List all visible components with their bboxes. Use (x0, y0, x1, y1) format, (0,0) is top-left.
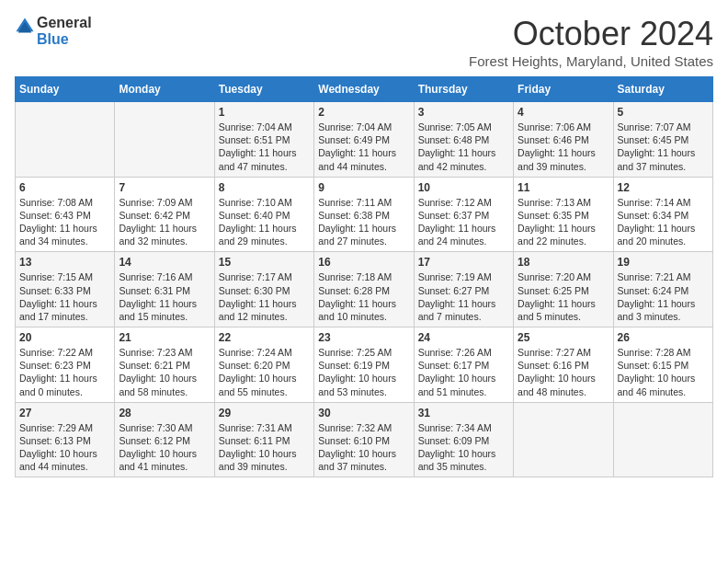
cell-content: Sunrise: 7:17 AM Sunset: 6:30 PM Dayligh… (219, 270, 310, 323)
weekday-header: Sunday (16, 77, 115, 102)
calendar-cell: 31Sunrise: 7:34 AM Sunset: 6:09 PM Dayli… (414, 402, 513, 477)
day-number: 10 (418, 181, 509, 194)
calendar-cell (514, 402, 613, 477)
logo-general: General (37, 15, 92, 31)
calendar-table: SundayMondayTuesdayWednesdayThursdayFrid… (15, 76, 713, 477)
calendar-cell: 26Sunrise: 7:28 AM Sunset: 6:15 PM Dayli… (613, 327, 712, 403)
logo-blue: Blue (37, 31, 92, 48)
calendar-cell (115, 102, 214, 178)
cell-content: Sunrise: 7:24 AM Sunset: 6:20 PM Dayligh… (219, 346, 310, 398)
cell-content: Sunrise: 7:15 AM Sunset: 6:33 PM Dayligh… (19, 270, 110, 323)
calendar-cell: 3Sunrise: 7:05 AM Sunset: 6:48 PM Daylig… (414, 102, 513, 178)
day-number: 4 (518, 106, 609, 119)
weekday-row: SundayMondayTuesdayWednesdayThursdayFrid… (16, 77, 713, 102)
calendar-cell: 8Sunrise: 7:10 AM Sunset: 6:40 PM Daylig… (214, 177, 313, 252)
day-number: 18 (518, 256, 609, 269)
calendar-cell: 1Sunrise: 7:04 AM Sunset: 6:51 PM Daylig… (214, 102, 313, 178)
calendar-cell: 23Sunrise: 7:25 AM Sunset: 6:19 PM Dayli… (314, 327, 414, 403)
calendar-cell: 14Sunrise: 7:16 AM Sunset: 6:31 PM Dayli… (115, 252, 214, 327)
weekday-header: Monday (115, 77, 214, 102)
cell-content: Sunrise: 7:16 AM Sunset: 6:31 PM Dayligh… (119, 270, 210, 323)
day-number: 12 (618, 181, 709, 194)
calendar-cell: 25Sunrise: 7:27 AM Sunset: 6:16 PM Dayli… (514, 327, 613, 403)
calendar-cell: 27Sunrise: 7:29 AM Sunset: 6:13 PM Dayli… (16, 402, 115, 477)
day-number: 2 (318, 106, 409, 119)
logo-icon (15, 17, 35, 37)
cell-content: Sunrise: 7:18 AM Sunset: 6:28 PM Dayligh… (318, 270, 409, 323)
cell-content: Sunrise: 7:29 AM Sunset: 6:13 PM Dayligh… (19, 421, 110, 474)
day-number: 8 (219, 181, 310, 194)
cell-content: Sunrise: 7:14 AM Sunset: 6:34 PM Dayligh… (618, 196, 709, 248)
cell-content: Sunrise: 7:05 AM Sunset: 6:48 PM Dayligh… (418, 121, 509, 173)
day-number: 23 (318, 331, 409, 344)
cell-content: Sunrise: 7:10 AM Sunset: 6:40 PM Dayligh… (219, 196, 310, 248)
location-title: Forest Heights, Maryland, United States (469, 53, 713, 69)
day-number: 7 (119, 181, 210, 194)
weekday-header: Thursday (414, 77, 513, 102)
calendar-cell: 28Sunrise: 7:30 AM Sunset: 6:12 PM Dayli… (115, 402, 214, 477)
page-header: General Blue October 2024 Forest Heights… (15, 15, 713, 69)
day-number: 26 (618, 331, 709, 344)
day-number: 27 (19, 407, 110, 419)
day-number: 21 (119, 331, 210, 344)
calendar-cell: 20Sunrise: 7:22 AM Sunset: 6:23 PM Dayli… (16, 327, 115, 403)
cell-content: Sunrise: 7:11 AM Sunset: 6:38 PM Dayligh… (318, 196, 409, 248)
calendar-header: SundayMondayTuesdayWednesdayThursdayFrid… (16, 77, 713, 102)
cell-content: Sunrise: 7:25 AM Sunset: 6:19 PM Dayligh… (318, 346, 409, 398)
cell-content: Sunrise: 7:31 AM Sunset: 6:11 PM Dayligh… (219, 421, 310, 474)
day-number: 3 (418, 106, 509, 119)
cell-content: Sunrise: 7:34 AM Sunset: 6:09 PM Dayligh… (418, 421, 509, 474)
calendar-body: 1Sunrise: 7:04 AM Sunset: 6:51 PM Daylig… (16, 102, 713, 477)
calendar-cell: 11Sunrise: 7:13 AM Sunset: 6:35 PM Dayli… (514, 177, 613, 252)
cell-content: Sunrise: 7:09 AM Sunset: 6:42 PM Dayligh… (119, 196, 210, 248)
day-number: 13 (19, 256, 110, 269)
day-number: 15 (219, 256, 310, 269)
weekday-header: Saturday (613, 77, 712, 102)
calendar-cell (16, 102, 115, 178)
cell-content: Sunrise: 7:28 AM Sunset: 6:15 PM Dayligh… (618, 346, 709, 398)
cell-content: Sunrise: 7:32 AM Sunset: 6:10 PM Dayligh… (318, 421, 409, 474)
calendar-cell: 18Sunrise: 7:20 AM Sunset: 6:25 PM Dayli… (514, 252, 613, 327)
cell-content: Sunrise: 7:12 AM Sunset: 6:37 PM Dayligh… (418, 196, 509, 248)
day-number: 29 (219, 407, 310, 419)
weekday-header: Friday (514, 77, 613, 102)
cell-content: Sunrise: 7:04 AM Sunset: 6:51 PM Dayligh… (219, 121, 310, 173)
calendar-cell: 5Sunrise: 7:07 AM Sunset: 6:45 PM Daylig… (613, 102, 712, 178)
calendar-week-row: 20Sunrise: 7:22 AM Sunset: 6:23 PM Dayli… (16, 327, 713, 403)
calendar-cell: 10Sunrise: 7:12 AM Sunset: 6:37 PM Dayli… (414, 177, 513, 252)
calendar-cell: 7Sunrise: 7:09 AM Sunset: 6:42 PM Daylig… (115, 177, 214, 252)
calendar-cell: 30Sunrise: 7:32 AM Sunset: 6:10 PM Dayli… (314, 402, 414, 477)
calendar-cell (613, 402, 712, 477)
calendar-week-row: 6Sunrise: 7:08 AM Sunset: 6:43 PM Daylig… (16, 177, 713, 252)
day-number: 1 (219, 106, 310, 119)
cell-content: Sunrise: 7:30 AM Sunset: 6:12 PM Dayligh… (119, 421, 210, 474)
calendar-week-row: 27Sunrise: 7:29 AM Sunset: 6:13 PM Dayli… (16, 402, 713, 477)
weekday-header: Wednesday (314, 77, 414, 102)
cell-content: Sunrise: 7:26 AM Sunset: 6:17 PM Dayligh… (418, 346, 509, 398)
calendar-week-row: 13Sunrise: 7:15 AM Sunset: 6:33 PM Dayli… (16, 252, 713, 327)
cell-content: Sunrise: 7:13 AM Sunset: 6:35 PM Dayligh… (518, 196, 609, 248)
calendar-cell: 29Sunrise: 7:31 AM Sunset: 6:11 PM Dayli… (214, 402, 313, 477)
cell-content: Sunrise: 7:23 AM Sunset: 6:21 PM Dayligh… (119, 346, 210, 398)
calendar-cell: 12Sunrise: 7:14 AM Sunset: 6:34 PM Dayli… (613, 177, 712, 252)
day-number: 5 (618, 106, 709, 119)
day-number: 25 (518, 331, 609, 344)
calendar-cell: 19Sunrise: 7:21 AM Sunset: 6:24 PM Dayli… (613, 252, 712, 327)
day-number: 14 (119, 256, 210, 269)
cell-content: Sunrise: 7:08 AM Sunset: 6:43 PM Dayligh… (19, 196, 110, 248)
calendar-cell: 6Sunrise: 7:08 AM Sunset: 6:43 PM Daylig… (16, 177, 115, 252)
cell-content: Sunrise: 7:21 AM Sunset: 6:24 PM Dayligh… (618, 270, 709, 323)
day-number: 31 (418, 407, 509, 419)
cell-content: Sunrise: 7:19 AM Sunset: 6:27 PM Dayligh… (418, 270, 509, 323)
cell-content: Sunrise: 7:22 AM Sunset: 6:23 PM Dayligh… (19, 346, 110, 398)
cell-content: Sunrise: 7:27 AM Sunset: 6:16 PM Dayligh… (518, 346, 609, 398)
calendar-cell: 17Sunrise: 7:19 AM Sunset: 6:27 PM Dayli… (414, 252, 513, 327)
day-number: 19 (618, 256, 709, 269)
cell-content: Sunrise: 7:20 AM Sunset: 6:25 PM Dayligh… (518, 270, 609, 323)
calendar-cell: 21Sunrise: 7:23 AM Sunset: 6:21 PM Dayli… (115, 327, 214, 403)
calendar-cell: 24Sunrise: 7:26 AM Sunset: 6:17 PM Dayli… (414, 327, 513, 403)
logo: General Blue (15, 15, 92, 47)
day-number: 17 (418, 256, 509, 269)
day-number: 22 (219, 331, 310, 344)
calendar-cell: 22Sunrise: 7:24 AM Sunset: 6:20 PM Dayli… (214, 327, 313, 403)
